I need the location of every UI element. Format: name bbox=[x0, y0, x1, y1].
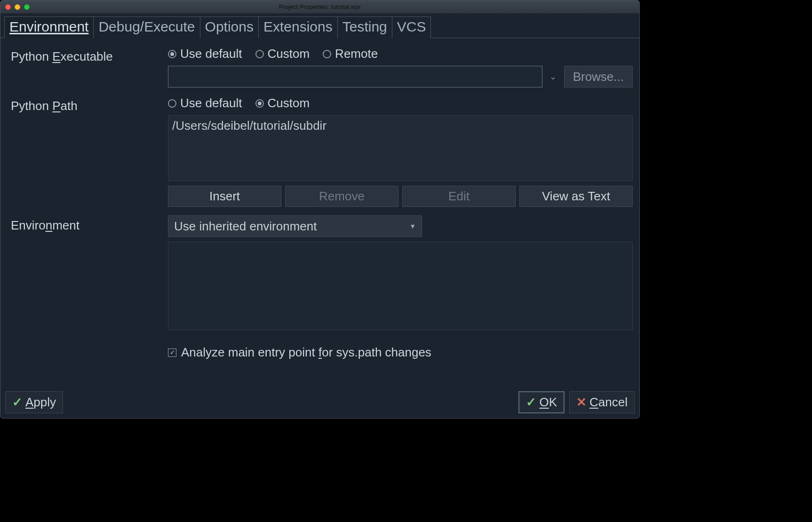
check-icon: ✓ bbox=[526, 395, 536, 410]
tab-testing[interactable]: Testing bbox=[337, 16, 392, 38]
radio-icon bbox=[255, 50, 264, 58]
python-path-label: Python Path bbox=[11, 96, 161, 207]
radio-path-use-default[interactable]: Use default bbox=[168, 96, 242, 111]
radio-exec-use-default[interactable]: Use default bbox=[168, 47, 242, 61]
python-executable-label: Python Executable bbox=[11, 47, 161, 87]
view-as-text-button[interactable]: View as Text bbox=[519, 186, 633, 207]
environment-select[interactable]: Use inherited environment ▼ bbox=[168, 215, 422, 237]
minimize-icon[interactable] bbox=[15, 4, 20, 10]
zoom-icon[interactable] bbox=[24, 4, 30, 10]
radio-exec-custom[interactable]: Custom bbox=[255, 47, 310, 61]
chevron-down-icon[interactable]: ⌄ bbox=[546, 66, 560, 87]
close-icon[interactable] bbox=[5, 4, 11, 10]
footer-right: ✓ OK ✕ Cancel bbox=[518, 391, 635, 413]
python-path-radios: Use default Custom bbox=[168, 96, 633, 111]
window-controls bbox=[5, 4, 30, 10]
python-executable-row: ⌄ Browse... bbox=[168, 66, 633, 87]
environment-label: Environment bbox=[11, 215, 161, 360]
browse-button[interactable]: Browse... bbox=[564, 66, 633, 87]
environment-listbox[interactable] bbox=[168, 242, 633, 330]
tab-vcs[interactable]: VCS bbox=[392, 16, 431, 38]
python-executable-input[interactable] bbox=[168, 66, 542, 87]
x-icon: ✕ bbox=[576, 395, 587, 410]
project-properties-window: Project Properties: tutorial.wpr Environ… bbox=[0, 0, 640, 419]
radio-icon bbox=[168, 99, 176, 108]
tab-debug-execute[interactable]: Debug/Execute bbox=[93, 16, 200, 38]
python-path-controls: Use default Custom /Users/sdeibel/tutori… bbox=[168, 96, 633, 207]
python-path-buttons: Insert Remove Edit View as Text bbox=[168, 186, 633, 207]
ok-button[interactable]: ✓ OK bbox=[518, 391, 565, 413]
titlebar: Project Properties: tutorial.wpr bbox=[0, 0, 639, 14]
tab-options[interactable]: Options bbox=[200, 16, 259, 38]
check-icon: ✓ bbox=[12, 395, 23, 410]
list-item[interactable]: /Users/sdeibel/tutorial/subdir bbox=[172, 119, 629, 133]
radio-icon bbox=[168, 50, 176, 58]
insert-button[interactable]: Insert bbox=[168, 186, 281, 207]
caret-down-icon: ▼ bbox=[409, 222, 416, 230]
window-title: Project Properties: tutorial.wpr bbox=[0, 3, 639, 10]
environment-controls: Use inherited environment ▼ Analyze main… bbox=[168, 215, 633, 360]
python-path-listbox[interactable]: /Users/sdeibel/tutorial/subdir bbox=[168, 115, 633, 181]
footer: ✓ Apply ✓ OK ✕ Cancel bbox=[0, 388, 639, 418]
checkbox-icon[interactable] bbox=[168, 348, 176, 357]
analyze-checkbox-row[interactable]: Analyze main entry point for sys.path ch… bbox=[168, 345, 633, 360]
tab-extensions[interactable]: Extensions bbox=[258, 16, 338, 38]
tab-environment[interactable]: Environment bbox=[4, 16, 94, 38]
python-executable-controls: Use default Custom Remote ⌄ Browse... bbox=[168, 47, 633, 87]
radio-exec-remote[interactable]: Remote bbox=[323, 47, 378, 61]
python-executable-radios: Use default Custom Remote bbox=[168, 47, 633, 61]
remove-button[interactable]: Remove bbox=[285, 186, 398, 207]
edit-button[interactable]: Edit bbox=[402, 186, 516, 207]
cancel-button[interactable]: ✕ Cancel bbox=[569, 391, 635, 413]
radio-path-custom[interactable]: Custom bbox=[255, 96, 310, 111]
content-panel: Python Executable Use default Custom Rem… bbox=[0, 38, 639, 388]
tab-bar: Environment Debug/Execute Options Extens… bbox=[0, 14, 639, 38]
apply-button[interactable]: ✓ Apply bbox=[5, 391, 63, 413]
radio-icon bbox=[255, 99, 264, 108]
radio-icon bbox=[323, 50, 331, 58]
analyze-checkbox-label: Analyze main entry point for sys.path ch… bbox=[181, 345, 431, 360]
